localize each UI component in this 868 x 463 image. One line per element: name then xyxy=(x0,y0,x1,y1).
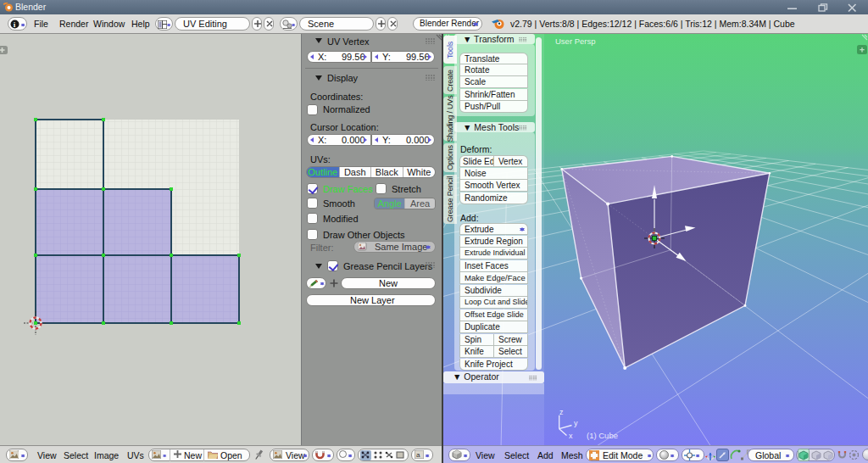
svg-text:a: a xyxy=(416,451,420,459)
